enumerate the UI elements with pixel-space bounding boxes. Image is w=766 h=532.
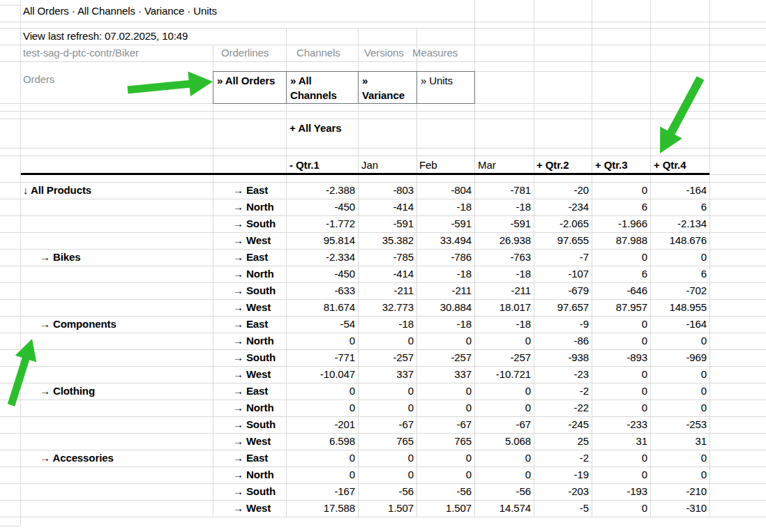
region-label[interactable]: → North <box>233 199 273 215</box>
gridline <box>213 45 213 517</box>
value-cell[interactable]: -310 <box>630 500 707 517</box>
gridline <box>0 148 766 149</box>
column-header-qtr3[interactable]: + Qtr.3 <box>595 157 627 174</box>
region-label[interactable]: → East <box>233 383 268 400</box>
dimension-header-measures[interactable]: Measures <box>412 45 458 61</box>
column-header-jan[interactable]: Jan <box>361 157 378 174</box>
dimension-header-versions[interactable]: Versions <box>364 45 404 61</box>
gridline <box>0 22 766 22</box>
gridline <box>0 61 766 62</box>
region-label[interactable]: → South <box>233 282 276 299</box>
region-label[interactable]: → East <box>233 249 268 266</box>
annotation-arrow-all-orders <box>128 71 213 96</box>
value-cell[interactable]: 0 <box>630 333 707 349</box>
region-label[interactable]: → North <box>233 466 273 483</box>
gridline <box>0 155 766 156</box>
value-cell[interactable]: -702 <box>630 282 707 299</box>
region-label[interactable]: → West <box>233 366 271 383</box>
product-label[interactable]: → Bikes <box>40 249 81 266</box>
gridline <box>0 517 766 517</box>
value-cell[interactable]: 6 <box>630 266 707 282</box>
filter-cell-versions[interactable]: » Variance <box>358 71 417 104</box>
datasource-name: test-sag-d-ptc-contr/Biker <box>23 45 139 61</box>
region-label[interactable]: → West <box>233 433 271 450</box>
region-label[interactable]: → South <box>233 483 276 500</box>
region-label[interactable]: → East <box>233 316 268 333</box>
value-cell[interactable]: 0 <box>630 249 707 266</box>
region-label[interactable]: → North <box>233 266 273 282</box>
region-label[interactable]: → West <box>233 232 271 249</box>
filter-cell-channels[interactable]: » All Channels <box>286 71 359 104</box>
value-cell[interactable]: -969 <box>630 349 707 366</box>
last-refresh-label: View last refresh: 07.02.2025, 10:49 <box>23 28 188 45</box>
region-label[interactable]: → East <box>233 182 268 199</box>
gridline <box>0 119 766 119</box>
column-header-mar[interactable]: Mar <box>478 157 496 174</box>
gridline <box>474 71 766 72</box>
dimension-header-channels[interactable]: Channels <box>296 45 340 61</box>
value-cell[interactable]: 0 <box>630 450 707 466</box>
time-hierarchy-header[interactable]: + All Years <box>290 120 341 137</box>
row-dimension-label: Orders <box>23 71 54 88</box>
column-header-qtr4[interactable]: + Qtr.4 <box>654 157 686 174</box>
region-label[interactable]: → South <box>233 215 276 232</box>
filter-cell-orderlines[interactable]: » All Orders <box>213 71 287 104</box>
gridline <box>0 111 766 112</box>
column-header-qtr2[interactable]: + Qtr.2 <box>536 157 569 174</box>
column-header-qtr1[interactable]: - Qtr.1 <box>290 157 320 174</box>
region-label[interactable]: → South <box>233 416 276 433</box>
region-label[interactable]: → South <box>233 349 276 366</box>
gridline <box>709 0 710 517</box>
region-label[interactable]: → North <box>233 333 273 349</box>
gridline <box>0 526 20 526</box>
gridline <box>0 5 20 6</box>
product-label[interactable]: → Accessories <box>40 450 114 466</box>
value-cell[interactable]: 148.676 <box>630 232 707 249</box>
value-cell[interactable]: 0 <box>630 366 707 383</box>
gridline <box>709 174 766 175</box>
value-cell[interactable]: 0 <box>630 383 707 400</box>
value-cell[interactable]: 148.955 <box>630 299 707 316</box>
annotation-arrow-qtr4 <box>660 76 704 153</box>
value-cell[interactable]: -164 <box>630 316 707 333</box>
region-label[interactable]: → North <box>233 400 273 416</box>
dimension-header-orderlines[interactable]: Orderlines <box>221 45 269 61</box>
value-cell[interactable]: -210 <box>630 483 707 500</box>
region-label[interactable]: → West <box>233 500 271 517</box>
value-cell[interactable]: -253 <box>630 416 707 433</box>
column-header-feb[interactable]: Feb <box>419 157 437 174</box>
product-label[interactable]: → Components <box>40 316 117 333</box>
region-label[interactable]: → West <box>233 299 271 316</box>
spreadsheet-crosstab: All Orders · All Channels · Variance · U… <box>0 0 766 532</box>
crosstab-state-summary: All Orders · All Channels · Variance · U… <box>23 3 217 20</box>
value-cell[interactable]: -164 <box>630 182 707 199</box>
gridline <box>20 0 21 526</box>
value-cell[interactable]: 6 <box>630 199 707 215</box>
value-cell[interactable]: -2.134 <box>630 215 707 232</box>
region-label[interactable]: → East <box>233 450 268 466</box>
value-cell[interactable]: 0 <box>630 400 707 416</box>
value-cell[interactable]: 0 <box>630 466 707 483</box>
value-cell[interactable]: 31 <box>630 433 707 450</box>
product-label[interactable]: → Clothing <box>40 383 95 400</box>
filter-cell-measures[interactable]: » Units <box>416 71 475 104</box>
product-label[interactable]: ↓ All Products <box>23 182 91 199</box>
